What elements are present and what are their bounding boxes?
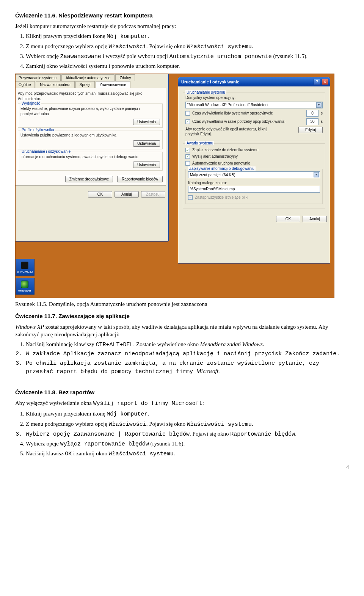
ex117-step3: Po chwili aplikacja zostanie zamknięta, … [26, 360, 349, 376]
group-profiles: Profile użytkownika Ustawienia pulpitu p… [18, 130, 163, 149]
checkbox-overwrite[interactable]: ✓ [188, 195, 193, 200]
t: Naciśnij klawisz [26, 450, 65, 456]
code: Raportowanie błędów [125, 431, 190, 438]
steps-ex118: Kliknij prawym przyciskiem ikonę Mój kom… [22, 410, 349, 458]
t: zaznacz nieodpowiadającą aplikację i nac… [94, 351, 285, 357]
list-time-input[interactable]: 0 [306, 110, 318, 117]
code: Mój komputer [107, 411, 147, 417]
checkbox-list-time[interactable]: ✓ [185, 111, 190, 116]
edit-button[interactable]: Edytuj [298, 127, 323, 133]
group-debug-info: Zapisywanie informacji o debugowaniu Mał… [185, 169, 323, 204]
chevron-down-icon[interactable]: ▾ [316, 102, 322, 108]
desc2: pamięć wirtualna [20, 111, 160, 117]
close-icon[interactable]: × [322, 79, 328, 85]
code: Właściwości systemu [187, 44, 252, 50]
startup-recovery-window: Uruchamianie i odzyskiwanie ? × Uruchami… [178, 77, 330, 263]
label: Czas wyświetlania listy systemów operacy… [192, 111, 304, 116]
t: i wyczyść pole wyboru opcji [101, 53, 169, 59]
boot-info-a: Aby ręcznie edytować plik opcji autostar… [185, 127, 296, 132]
t: . [147, 33, 149, 39]
system-properties-window: Właściwości systemu ? × Przywracanie sys… [15, 74, 169, 242]
code: Właściwości systemu [187, 421, 252, 428]
page-number: 4 [15, 464, 349, 471]
t: Wybierz opcje [26, 441, 60, 447]
default-os-label: Domyślny system operacyjny: [185, 95, 323, 100]
taskbar-item-wmplayer[interactable]: wmplayer [15, 278, 35, 295]
group-title: Uruchamianie i odzyskiwanie [20, 149, 72, 154]
t: i zamknij okno [72, 450, 109, 456]
label: Automatycznie uruchom ponownie [192, 161, 250, 166]
checkbox-log-event[interactable]: ✓ [185, 148, 190, 152]
tab-hardware[interactable]: Sprzęt [75, 81, 95, 88]
tab-advanced[interactable]: Zaawansowane [96, 81, 130, 88]
help-icon[interactable]: ? [314, 79, 320, 85]
dialog-buttons: OK Anuluj Zastosuj [15, 188, 168, 201]
code: Wyślij raport do firmy Microsoft [93, 400, 202, 407]
recovery-titlebar[interactable]: Uruchamianie i odzyskiwanie ? × [178, 77, 330, 86]
tab-computer-name[interactable]: Nazwa komputera [36, 81, 75, 88]
env-vars-button[interactable]: Zmienne środowiskowe [65, 176, 113, 182]
ex116-step2: Z menu podręcznego wybierz opcję Właściw… [26, 42, 349, 51]
default-os-select[interactable]: "Microsoft Windows XP Professional" /fas… [185, 102, 323, 108]
code: Właściwości [109, 44, 146, 50]
boot-info-b: przycisk Edytuj. [185, 132, 296, 137]
figure-caption: Rysunek 11.5. Domyślnie, opcja Automatyc… [15, 300, 349, 308]
heading-ex116: Ćwiczenie 11.6. Niespodziewany restart k… [15, 12, 349, 19]
ex116-step4: Zamknij okno właściwości systemu i ponow… [26, 62, 349, 70]
tab-remote[interactable]: Zdalny [115, 74, 135, 81]
settings-button[interactable]: Ustawienia [133, 119, 160, 125]
ex118-step4: Wybierz opcje Wyłącz raportowanie błędów… [26, 440, 349, 448]
terminal-icon [21, 262, 28, 269]
tab-system-restore[interactable]: Przywracanie systemu [15, 74, 61, 81]
tab-auto-updates[interactable]: Aktualizacje automatyczne [61, 74, 115, 81]
code: Zaawansowane [60, 53, 101, 60]
recovery-body: Uruchamianie systemu Domyślny system ope… [178, 86, 330, 213]
t: Z menu podręcznego wybierz opcję [26, 43, 109, 49]
group-system-failure: Awaria systemu ✓Zapisz zdarzenie do dzie… [183, 143, 325, 209]
apply-button[interactable]: Zastosuj [141, 191, 165, 198]
t: . [295, 431, 297, 437]
t: . Zostanie wyświetlone okno [133, 341, 200, 347]
advanced-tab-body: Aby móc przeprowadzić większość tych zmi… [15, 88, 166, 186]
dump-dir-input[interactable]: %SystemRoot%\Minidump [188, 186, 320, 193]
t: Naciśnij kombinację klawiszy [26, 341, 96, 347]
t: (rysunek 11.5). [272, 53, 308, 59]
checkbox-auto-restart[interactable]: ✓ [185, 161, 190, 166]
checkbox-recovery-time[interactable]: ✓ [185, 119, 190, 124]
chevron-down-icon[interactable]: ▾ [314, 172, 319, 177]
recovery-time-input[interactable]: 30 [306, 118, 318, 125]
code: Automatycznie uruchom ponownie [169, 53, 272, 60]
group-title: Zapisywanie informacji o debugowaniu [188, 166, 256, 171]
ok-button[interactable]: OK [88, 191, 112, 198]
select-value: "Microsoft Windows XP Professional" /fas… [187, 103, 268, 107]
code: Właściwości systemu [109, 451, 174, 457]
steps-ex117: Naciśnij kombinację klawiszy CTR+ALT+DEL… [22, 340, 349, 376]
ex116-step3: Wybierz opcję Zaawansowane i wyczyść pol… [26, 52, 349, 61]
t: . [252, 421, 253, 427]
ex118-step3: Wybierz opcję Zaawansowane | Raportowani… [26, 430, 349, 438]
cancel-button[interactable]: Anuluj [115, 191, 139, 198]
taskbar-item-wincmd[interactable]: WINCMD32 [15, 259, 35, 276]
t: Kliknij prawym przyciskiem ikonę [26, 411, 107, 417]
ok-button[interactable]: OK [276, 216, 300, 222]
settings-button[interactable]: Ustawienia [133, 162, 160, 168]
cancel-button[interactable]: Anuluj [303, 216, 327, 222]
ex116-step1: Kliknij prawym przyciskiem ikonę Mój kom… [26, 32, 349, 41]
text-winxp: Windows XP [15, 324, 44, 330]
error-reporting-button[interactable]: Raportowanie błędów [117, 176, 163, 182]
checkbox-admin-alert[interactable]: ✓ [185, 154, 190, 159]
t: . [252, 43, 253, 49]
group-title: Wydajność [20, 101, 41, 105]
t: Wybierz opcję [26, 431, 74, 438]
t: . [263, 341, 264, 347]
ital: Microsoft [196, 368, 218, 374]
dialog-buttons: OK Anuluj [178, 213, 330, 225]
t: został zaprojektowany w taki sposób, aby… [15, 324, 328, 337]
dump-type-select[interactable]: Mały zrzut pamięci (64 KB) ▾ [188, 171, 320, 178]
group-title: Profile użytkownika [20, 128, 55, 132]
t: . [174, 450, 175, 456]
t: . Pojawi się okno [146, 43, 187, 49]
tab-general[interactable]: Ogólne [15, 81, 35, 88]
settings-button[interactable]: Ustawienia [133, 140, 160, 147]
admin-note1: Aby móc przeprowadzić większość tych zmi… [18, 91, 163, 96]
